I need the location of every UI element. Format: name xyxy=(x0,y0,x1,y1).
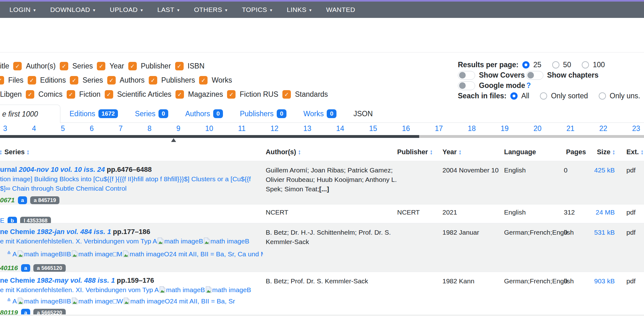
checkbox-editions[interactable]: ✓ xyxy=(28,76,36,84)
checkbox-works[interactable]: ✓ xyxy=(199,76,208,84)
sort-icon[interactable]: ↕ xyxy=(612,148,615,156)
sort-icon[interactable]: ↕ xyxy=(458,148,462,156)
issue-link[interactable]: 2004-nov 10 vol. 10 iss. 24 xyxy=(19,166,105,173)
page-link-16[interactable]: 16 xyxy=(402,124,410,133)
mirror-badge[interactable]: a xyxy=(18,196,27,204)
column-header-authors[interactable]: Author(s)↕ xyxy=(266,148,301,156)
size-link[interactable]: 425 kB xyxy=(580,166,615,175)
column-header-publisher[interactable]: Publisher↕ xyxy=(397,148,433,156)
radio-results-50[interactable] xyxy=(552,61,559,68)
article-title-link[interactable]: ≙Amath imageBIIBmath image□Mmath imageO2… xyxy=(7,250,263,258)
page-link-14[interactable]: 14 xyxy=(336,124,344,133)
radio-results-100[interactable] xyxy=(582,61,589,68)
size-link-text[interactable]: 24 MB xyxy=(596,209,615,216)
tab-works[interactable]: Works 0 xyxy=(303,109,336,118)
column-header-year[interactable]: Year↕ xyxy=(442,148,462,156)
checkbox-publishers2[interactable]: ✓ xyxy=(149,76,157,84)
size-link-text[interactable]: 425 kB xyxy=(594,166,615,174)
page-link-10[interactable]: 10 xyxy=(205,124,213,133)
page-link-8[interactable]: 8 xyxy=(147,124,152,133)
sort-icon-cut[interactable]: ↕ xyxy=(0,148,3,156)
nav-login[interactable]: LOGIN▾ xyxy=(9,6,36,14)
article-title-link[interactable]: ≙Amath imageBIIBmath image□Wmath imageO2… xyxy=(7,297,235,305)
page-link-12[interactable]: 12 xyxy=(270,124,279,133)
checkbox-comics[interactable]: ✓ xyxy=(26,90,34,99)
journal-link[interactable]: urnal xyxy=(0,166,17,173)
size-link[interactable]: 531 kB xyxy=(580,228,615,237)
size-link[interactable]: 24 MB xyxy=(580,208,615,217)
radio-files-all[interactable] xyxy=(510,92,518,100)
sort-icon[interactable]: ↕ xyxy=(640,148,644,156)
sort-icon[interactable]: ↕ xyxy=(430,148,433,156)
page-link-7[interactable]: 7 xyxy=(119,124,123,133)
size-link-text[interactable]: 903 kB xyxy=(594,277,615,285)
nav-upload[interactable]: UPLOAD▾ xyxy=(110,6,143,14)
sort-icon[interactable]: ↕ xyxy=(298,148,301,156)
checkbox-series2[interactable]: ✓ xyxy=(70,76,78,84)
sort-icon[interactable]: ↕ xyxy=(26,148,30,156)
nav-download[interactable]: DOWNLOAD▾ xyxy=(50,6,95,14)
nav-topics[interactable]: TOPICS▾ xyxy=(242,6,272,14)
size-link[interactable]: 903 kB xyxy=(580,276,615,286)
checkbox-scientific-articles[interactable]: ✓ xyxy=(105,90,113,99)
checkbox-isbn[interactable]: ✓ xyxy=(175,62,184,70)
article-title-link[interactable]: e mit Kationenfehlstellen. XI. Verbindun… xyxy=(0,286,251,293)
page-link-15[interactable]: 15 xyxy=(369,124,377,133)
column-header-ext[interactable]: Ext.↕ xyxy=(626,148,644,156)
mirror-badge[interactable]: a xyxy=(21,264,30,272)
checkbox-magazines[interactable]: ✓ xyxy=(175,90,184,99)
checkbox-fiction[interactable]: ✓ xyxy=(67,90,75,99)
article-title-link[interactable]: e mit Kationenfehlstellen. X. Verbindung… xyxy=(0,237,249,245)
page-link-17[interactable]: 17 xyxy=(435,124,443,133)
tab-active-first-1000[interactable]: e first 1000 xyxy=(0,105,60,123)
tab-editions[interactable]: Editions 1672 xyxy=(69,109,118,118)
page-link-21[interactable]: 21 xyxy=(566,124,575,133)
id-badge[interactable]: a 5665120 xyxy=(33,264,65,272)
radio-files-only-sorted[interactable] xyxy=(540,92,547,100)
page-link-11[interactable]: 11 xyxy=(238,124,246,133)
show-chapters-toggle[interactable] xyxy=(526,71,543,80)
checkbox-year[interactable]: ✓ xyxy=(97,62,105,70)
radio-results-25[interactable] xyxy=(522,61,530,68)
id-badge[interactable]: a 845719 xyxy=(30,196,59,204)
size-link-text[interactable]: 531 kB xyxy=(594,229,615,236)
checkbox-authors[interactable]: ✓ xyxy=(13,62,22,70)
checkbox-files[interactable]: ✓ xyxy=(0,76,4,84)
nav-last[interactable]: LAST▾ xyxy=(157,6,180,14)
radio-files-only-unsorted[interactable] xyxy=(599,92,606,100)
page-link-20[interactable]: 20 xyxy=(534,124,542,133)
checkbox-fiction-rus[interactable]: ✓ xyxy=(227,90,236,99)
page-link-13[interactable]: 13 xyxy=(303,124,312,133)
page-link-18[interactable]: 18 xyxy=(468,124,476,133)
nav-wanted[interactable]: WANTED xyxy=(326,6,355,14)
nav-others[interactable]: OTHERS▾ xyxy=(194,6,227,14)
journal-link[interactable]: ne Chemie xyxy=(0,228,35,236)
nav-links[interactable]: LINKS▾ xyxy=(287,6,312,14)
column-header-size[interactable]: Size↕ xyxy=(580,148,615,156)
journal-link[interactable]: ne Chemie xyxy=(0,276,35,284)
article-title-link[interactable]: $]∞ Chain through Subtle Chemical Contro… xyxy=(0,185,127,192)
show-covers-toggle[interactable] xyxy=(458,71,475,80)
checkbox-publisher[interactable]: ✓ xyxy=(128,62,137,70)
article-title-link[interactable]: tion image] Building Blocks into [Cu${{f… xyxy=(0,175,251,183)
tab-authors[interactable]: Authors 0 xyxy=(185,109,223,118)
tab-series[interactable]: Series 0 xyxy=(135,109,168,118)
issue-link[interactable]: 1982-may vol. 488 iss. 1 xyxy=(37,276,115,284)
google-mode-help-link[interactable]: ? xyxy=(526,81,531,90)
checkbox-series[interactable]: ✓ xyxy=(60,62,68,70)
google-mode-toggle[interactable] xyxy=(458,81,475,90)
checkbox-standards[interactable]: ✓ xyxy=(282,90,291,99)
page-link-6[interactable]: 6 xyxy=(90,124,94,133)
page-link-22[interactable]: 22 xyxy=(599,124,608,133)
page-link-5[interactable]: 5 xyxy=(61,124,65,133)
issue-link[interactable]: 1982-jan vol. 484 iss. 1 xyxy=(37,228,111,236)
checkbox-authors2[interactable]: ✓ xyxy=(107,76,116,84)
tab-json[interactable]: JSON xyxy=(353,110,373,118)
page-link-19[interactable]: 19 xyxy=(501,124,509,133)
page-link-23[interactable]: 23 xyxy=(632,124,640,133)
pagination-scrollbar-track[interactable] xyxy=(0,135,644,138)
page-link-3[interactable]: 3 xyxy=(3,124,7,133)
tab-publishers[interactable]: Publishers 0 xyxy=(240,109,286,118)
column-header-series[interactable]: Series↕ xyxy=(4,148,30,156)
page-link-9[interactable]: 9 xyxy=(176,124,180,133)
